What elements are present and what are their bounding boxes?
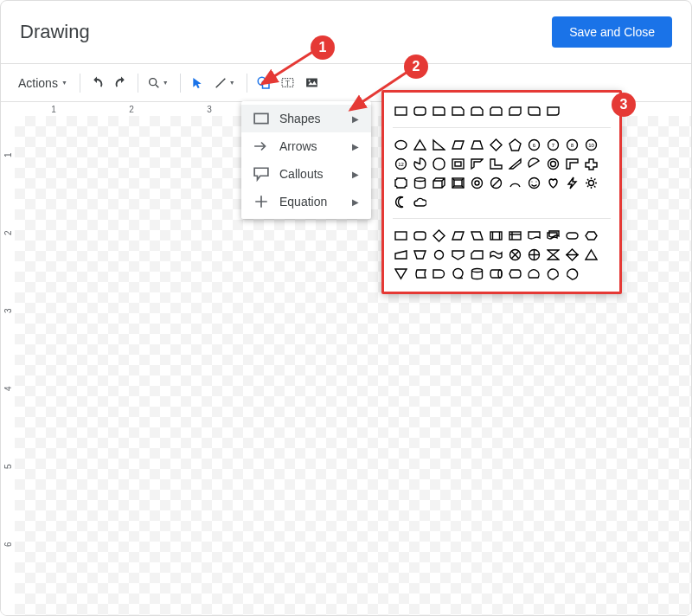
svg-line-34 — [492, 179, 500, 187]
menu-item-callouts[interactable]: Callouts ▶ — [241, 160, 371, 188]
shape-internal[interactable] — [507, 228, 522, 243]
shape-terminator[interactable] — [564, 228, 580, 243]
shape-teardrop3[interactable] — [564, 266, 580, 281]
shape-trapezoid[interactable] — [469, 137, 484, 152]
menu-item-arrows[interactable]: Arrows ▶ — [241, 132, 371, 160]
zoom-button[interactable]: ▼ — [144, 71, 175, 95]
shape-triangle[interactable] — [412, 137, 427, 152]
svg-rect-30 — [454, 180, 462, 186]
shape-decagon-10[interactable]: 10 — [583, 137, 599, 152]
shape-sort[interactable] — [564, 247, 580, 262]
shape-card[interactable] — [469, 247, 484, 262]
actions-menu-button[interactable]: Actions ▼ — [11, 71, 74, 95]
shape-round-rect2[interactable] — [412, 228, 427, 243]
shape-half-frame[interactable] — [469, 156, 484, 171]
shape-bevel[interactable] — [450, 175, 465, 190]
shape-snip-same[interactable] — [488, 103, 503, 119]
shape-sun[interactable] — [583, 175, 599, 190]
shape-teardrop[interactable] — [431, 156, 446, 171]
shape-round-rect[interactable] — [412, 103, 427, 119]
shape-pie[interactable] — [412, 156, 427, 171]
svg-point-55 — [453, 268, 463, 278]
shape-donut[interactable] — [469, 175, 484, 190]
svg-point-28 — [414, 177, 425, 181]
svg-text:8: 8 — [570, 143, 573, 148]
svg-rect-39 — [395, 232, 407, 240]
shape-dodecagon-12[interactable]: 12 — [393, 156, 408, 171]
shape-display[interactable] — [507, 266, 522, 281]
shape-snip-round[interactable] — [469, 103, 484, 119]
shape-document[interactable] — [526, 228, 541, 243]
shape-octagon-8[interactable]: 8 — [564, 137, 580, 152]
shape-l-shape[interactable] — [488, 156, 503, 171]
shape-preparation[interactable] — [583, 228, 599, 243]
shape-predefined[interactable] — [488, 228, 503, 243]
callout-icon — [253, 166, 269, 182]
shape-diag-stripe[interactable] — [507, 156, 522, 171]
shape-moon[interactable] — [393, 194, 408, 209]
shape-merge[interactable] — [393, 266, 408, 281]
shape-chord2[interactable] — [526, 266, 541, 281]
shape-diamond2[interactable] — [431, 228, 446, 243]
svg-line-60 — [350, 72, 407, 110]
save-and-close-button[interactable]: Save and Close — [552, 16, 672, 48]
vertical-ruler: 1 2 3 4 5 6 — [1, 116, 15, 616]
shape-summing[interactable] — [507, 247, 522, 262]
redo-icon — [113, 75, 129, 91]
shape-extract[interactable] — [583, 247, 599, 262]
shape-stored-data[interactable] — [412, 266, 427, 281]
shape-magnetic-disk[interactable] — [469, 266, 484, 281]
shape-heptagon-7[interactable]: 7 — [545, 137, 561, 152]
shape-parallelogram2[interactable] — [450, 228, 465, 243]
shape-round-single2[interactable] — [545, 103, 561, 119]
shape-collate[interactable] — [545, 247, 561, 262]
shape-round-diag[interactable] — [526, 103, 541, 119]
shape-ring[interactable] — [545, 156, 561, 171]
shape-rect2[interactable] — [393, 228, 408, 243]
shape-snip-rect[interactable] — [450, 103, 465, 119]
menu-item-equation[interactable]: Equation ▶ — [241, 188, 371, 215]
shape-seq-access[interactable] — [450, 266, 465, 281]
svg-point-48 — [434, 250, 443, 259]
shape-diamond[interactable] — [488, 137, 503, 152]
shape-cross[interactable] — [583, 156, 599, 171]
shape-connector[interactable] — [431, 247, 446, 262]
shape-ellipse[interactable] — [393, 137, 408, 152]
shape-direct-access[interactable] — [488, 266, 503, 281]
shape-plaque[interactable] — [393, 175, 408, 190]
shape-teardrop2[interactable] — [545, 266, 561, 281]
shape-data[interactable] — [469, 228, 484, 243]
shape-cloud[interactable] — [412, 194, 427, 209]
shape-manual-op[interactable] — [412, 247, 427, 262]
shape-smiley[interactable] — [526, 175, 541, 190]
shape-offpage[interactable] — [450, 247, 465, 262]
shape-multidoc[interactable] — [545, 228, 561, 243]
shape-tape[interactable] — [488, 247, 503, 262]
shape-no-symbol[interactable] — [488, 175, 503, 190]
svg-text:6: 6 — [532, 143, 535, 148]
shape-parallelogram[interactable] — [450, 137, 465, 152]
shape-lightning[interactable] — [564, 175, 580, 190]
shape-frame[interactable] — [450, 156, 465, 171]
chevron-right-icon: ▶ — [352, 114, 359, 124]
shape-right-triangle[interactable] — [431, 137, 446, 152]
shape-or[interactable] — [526, 247, 541, 262]
shape-chord[interactable] — [526, 156, 541, 171]
shape-delay[interactable] — [431, 266, 446, 281]
shape-heart[interactable] — [545, 175, 561, 190]
redo-button[interactable] — [110, 71, 132, 95]
shape-round-rect-single[interactable] — [431, 103, 446, 119]
svg-point-31 — [471, 177, 482, 188]
shape-cube[interactable] — [431, 175, 446, 190]
svg-text:10: 10 — [588, 143, 594, 148]
shape-corner[interactable] — [564, 156, 580, 171]
shape-can[interactable] — [412, 175, 427, 190]
line-tool-button[interactable]: ▼ — [210, 71, 241, 95]
shape-manual-input[interactable] — [393, 247, 408, 262]
shape-arc[interactable] — [507, 175, 522, 190]
shape-pentagon[interactable] — [507, 137, 522, 152]
select-tool-button[interactable] — [186, 71, 208, 95]
undo-button[interactable] — [86, 71, 108, 95]
shape-snip-diag[interactable] — [507, 103, 522, 119]
shape-hexagon-6[interactable]: 6 — [526, 137, 541, 152]
